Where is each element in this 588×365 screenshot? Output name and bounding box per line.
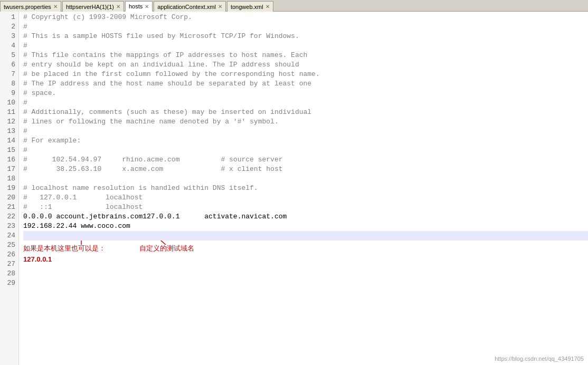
code-line-1: # Copyright (c) 1993-2009 Microsoft Corp… <box>23 13 588 22</box>
annotation-text-1: 如果是本机这里也可以是： <box>23 244 106 253</box>
line-num-19: 19 <box>3 184 15 193</box>
code-line-14: # For example: <box>23 136 588 146</box>
code-line-6: # entry should be kept on an individual … <box>23 60 588 70</box>
line-num-22: 22 <box>3 212 15 222</box>
annotation-area: 如果是本机这里也可以是： 自定义的测试域名 127.0.0.1 <box>23 241 588 269</box>
code-line-29 <box>23 288 588 297</box>
code-line-5: # This file contains the mappings of IP … <box>23 51 588 60</box>
code-line-7: # be placed in the first column followed… <box>23 70 588 79</box>
line-num-9: 9 <box>3 89 15 98</box>
close-icon[interactable]: ✕ <box>265 4 270 9</box>
code-line-20: # 127.0.0.1 localhost <box>23 193 588 203</box>
code-line-12: # lines or following the machine name de… <box>23 117 588 127</box>
code-line-19: # localhost name resolution is handled w… <box>23 184 588 193</box>
close-icon[interactable]: ✕ <box>116 4 120 9</box>
line-num-21: 21 <box>3 203 15 212</box>
watermark: https://blog.csdn.net/qq_43491705 <box>495 356 584 362</box>
line-num-6: 6 <box>3 60 15 70</box>
code-line-24[interactable] <box>23 231 588 241</box>
tab-twusers[interactable]: twusers.properties ✕ <box>0 1 61 12</box>
close-icon[interactable]: ✕ <box>145 4 149 9</box>
annotation-text-3: 自定义的测试域名 <box>139 244 194 253</box>
close-icon[interactable]: ✕ <box>218 4 222 9</box>
code-line-18 <box>23 174 588 184</box>
code-content[interactable]: # Copyright (c) 1993-2009 Microsoft Corp… <box>19 12 588 365</box>
code-line-9: # space. <box>23 89 588 98</box>
code-line-23: 192.168.22.44 www.coco.com <box>23 222 588 231</box>
line-num-12: 12 <box>3 117 15 127</box>
tab-label: tongweb.xml <box>231 4 263 10</box>
tab-hosts[interactable]: hosts ✕ <box>125 1 153 12</box>
line-num-11: 11 <box>3 108 15 117</box>
code-line-3: # This is a sample HOSTS file used by Mi… <box>23 32 588 41</box>
line-num-23: 23 <box>3 222 15 231</box>
editor-container: 1 2 3 4 5 6 7 8 9 10 11 12 13 14 15 16 1… <box>0 12 588 365</box>
line-num-27: 27 <box>3 260 15 269</box>
code-line-16: # 102.54.94.97 rhino.acme.com # source s… <box>23 155 588 165</box>
line-num-14: 14 <box>3 136 15 146</box>
code-line-4: # <box>23 41 588 51</box>
line-num-17: 17 <box>3 165 15 174</box>
line-num-18: 18 <box>3 174 15 184</box>
tab-label: applicationContext.xml <box>157 4 216 10</box>
line-num-1: 1 <box>3 13 15 22</box>
code-line-2: # <box>23 22 588 32</box>
annotation-text-2: 127.0.0.1 <box>23 255 52 264</box>
line-num-7: 7 <box>3 70 15 79</box>
tab-tongweb[interactable]: tongweb.xml ✕ <box>227 1 273 12</box>
line-num-3: 3 <box>3 32 15 41</box>
line-num-25: 25 <box>3 241 15 250</box>
code-line-15: # <box>23 146 588 155</box>
tab-label: twusers.properties <box>4 4 51 10</box>
code-line-13: # <box>23 127 588 136</box>
line-num-4: 4 <box>3 41 15 51</box>
tab-label: hosts <box>129 3 143 9</box>
code-line-8: # The IP address and the host name shoul… <box>23 79 588 89</box>
line-num-16: 16 <box>3 155 15 165</box>
line-numbers: 1 2 3 4 5 6 7 8 9 10 11 12 13 14 15 16 1… <box>0 12 19 365</box>
line-num-8: 8 <box>3 79 15 89</box>
code-line-17: # 38.25.63.10 x.acme.com # x client host <box>23 165 588 174</box>
line-num-13: 13 <box>3 127 15 136</box>
line-num-28: 28 <box>3 269 15 278</box>
line-num-20: 20 <box>3 193 15 203</box>
line-num-24: 24 <box>3 231 15 241</box>
code-line-22: 0.0.0.0 account.jetbrains.com127.0.0.1 a… <box>23 212 588 222</box>
tab-httpserver[interactable]: httpserverHA(1)(1) ✕ <box>62 1 124 12</box>
line-num-5: 5 <box>3 51 15 60</box>
code-line-10: # <box>23 98 588 108</box>
line-num-29: 29 <box>3 278 15 288</box>
line-num-10: 10 <box>3 98 15 108</box>
tab-label: httpserverHA(1)(1) <box>66 4 114 10</box>
line-num-2: 2 <box>3 22 15 32</box>
line-num-26: 26 <box>3 250 15 260</box>
line-num-15: 15 <box>3 146 15 155</box>
close-icon[interactable]: ✕ <box>53 4 58 9</box>
code-line-27 <box>23 269 588 278</box>
tab-applicationcontext[interactable]: applicationContext.xml ✕ <box>154 1 226 12</box>
tab-bar: twusers.properties ✕ httpserverHA(1)(1) … <box>0 0 588 12</box>
code-line-11: # Additionally, comments (such as these)… <box>23 108 588 117</box>
code-line-21: # ::1 localhost <box>23 203 588 212</box>
code-line-28 <box>23 278 588 288</box>
